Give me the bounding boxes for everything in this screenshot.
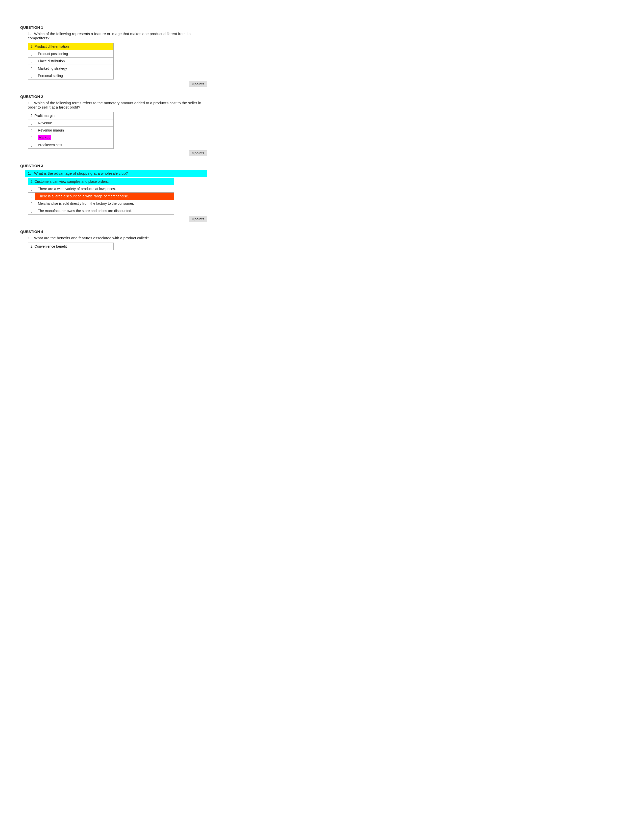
points-2: 0 points (20, 150, 207, 156)
option-icon: ▯ (28, 72, 35, 79)
option-text[interactable]: Revenue margin (35, 127, 114, 134)
option-row[interactable]: ▯There are a wide variety of products at… (28, 185, 174, 193)
option-text[interactable]: Merchandise is sold directly from the fa… (35, 200, 174, 207)
answer-table-4: 2. Convenience benefit (28, 243, 114, 250)
option-text[interactable]: Revenue (35, 119, 114, 127)
question-text-1: 1. Which of the following represents a f… (28, 32, 207, 40)
option-row[interactable]: ▯The manufacturer owns the store and pri… (28, 207, 174, 215)
answer-table-1: 2. Product differentiation▯Product posit… (28, 43, 114, 79)
option-row[interactable]: ▯Place distribution (28, 58, 114, 65)
option-row[interactable]: ▯Merchandise is sold directly from the f… (28, 200, 174, 207)
option-icon: ▯ (28, 119, 35, 127)
option-text[interactable]: Marketing strategy (35, 65, 114, 72)
option-row[interactable]: ▯Markup (28, 134, 114, 142)
option-icon: ▯ (28, 134, 35, 142)
option-icon: ▯ (28, 193, 35, 200)
option-text[interactable]: The manufacturer owns the store and pric… (35, 207, 174, 215)
selected-answer-1[interactable]: 2. Product differentiation (28, 43, 114, 50)
question-title-3: QUESTION 3 (20, 164, 207, 168)
option-row[interactable]: ▯There is a large discount on a wide ran… (28, 193, 174, 200)
option-icon: ▯ (28, 127, 35, 134)
option-icon: ▯ (28, 142, 35, 149)
markup-highlight: Markup (38, 135, 51, 140)
option-text[interactable]: There is a large discount on a wide rang… (35, 193, 174, 200)
selected-answer-2[interactable]: 2. Profit margin (28, 112, 114, 119)
option-text[interactable]: Personal selling (35, 72, 114, 79)
answer-table-2: 2. Profit margin▯Revenue▯Revenue margin▯… (28, 112, 114, 149)
selected-answer-4[interactable]: 2. Convenience benefit (28, 243, 114, 250)
selected-answer-3[interactable]: 2. Customers can view samples and place … (28, 178, 174, 185)
points-1: 0 points (20, 81, 207, 87)
option-icon: ▯ (28, 207, 35, 215)
question-block-3: QUESTION 31. What is the advantage of sh… (20, 164, 207, 222)
question-title-1: QUESTION 1 (20, 25, 207, 29)
question-block-2: QUESTION 21. Which of the following term… (20, 95, 207, 156)
option-icon: ▯ (28, 200, 35, 207)
option-text[interactable]: There are a wide variety of products at … (35, 185, 174, 193)
points-badge-1: 0 points (189, 81, 207, 87)
question-title-4: QUESTION 4 (20, 230, 207, 234)
answer-table-3: 2. Customers can view samples and place … (28, 178, 174, 215)
question-text-3: 1. What is the advantage of shopping at … (25, 170, 207, 177)
option-text[interactable]: Markup (35, 134, 114, 142)
question-text-4: 1. What are the benefits and features as… (28, 236, 207, 240)
option-icon: ▯ (28, 185, 35, 193)
points-3: 0 points (20, 216, 207, 222)
option-text[interactable]: Product positioning (35, 50, 114, 58)
option-icon: ▯ (28, 58, 35, 65)
option-row[interactable]: ▯Marketing strategy (28, 65, 114, 72)
option-row[interactable]: ▯Breakeven cost (28, 142, 114, 149)
option-row[interactable]: ▯Product positioning (28, 50, 114, 58)
points-badge-3: 0 points (189, 216, 207, 222)
option-icon: ▯ (28, 65, 35, 72)
option-row[interactable]: ▯Revenue (28, 119, 114, 127)
option-row[interactable]: ▯Personal selling (28, 72, 114, 79)
question-block-1: QUESTION 11. Which of the following repr… (20, 25, 207, 87)
option-text[interactable]: Breakeven cost (35, 142, 114, 149)
question-title-2: QUESTION 2 (20, 95, 207, 99)
option-row[interactable]: ▯Revenue margin (28, 127, 114, 134)
question-block-4: QUESTION 41. What are the benefits and f… (20, 230, 207, 250)
option-icon: ▯ (28, 50, 35, 58)
question-text-2: 1. Which of the following terms refers t… (28, 101, 207, 109)
points-badge-2: 0 points (189, 150, 207, 156)
option-text[interactable]: Place distribution (35, 58, 114, 65)
